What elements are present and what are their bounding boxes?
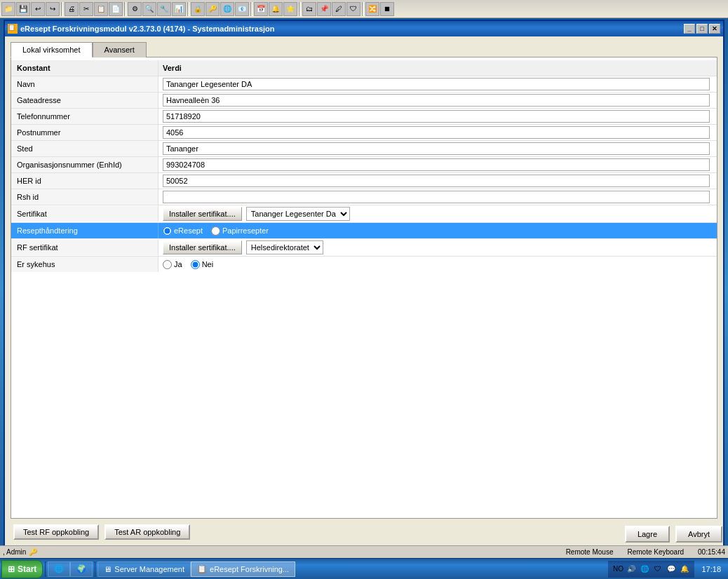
taskbar-item-eresept[interactable]: 📋 eResept Forskrivning... xyxy=(191,561,295,577)
input-telefon[interactable] xyxy=(163,110,710,123)
resept-radio-group: eResept Papirresepter xyxy=(163,226,269,236)
form-panel: Konstant Verdi Navn Gateadresse xyxy=(11,57,717,519)
tab-avansert[interactable]: Avansert xyxy=(93,42,147,57)
value-navn xyxy=(159,76,717,92)
label-sted: Sted xyxy=(11,141,159,156)
toolbar-icon-chart[interactable]: 📊 xyxy=(172,2,186,16)
toolbar-icon-new[interactable]: 📁 xyxy=(1,2,15,16)
server-icon: 🖥 xyxy=(104,565,112,573)
form-row-rf-sertifikat: RF sertifikat Installer sertifikat.... H… xyxy=(11,239,717,257)
tab-lokal-virksomhet[interactable]: Lokal virksomhet xyxy=(11,42,93,57)
header-label-konstant: Konstant xyxy=(11,60,159,76)
form-row-postnummer: Postnummer xyxy=(11,125,717,141)
tray-no-icon: NO xyxy=(612,564,623,575)
toolbar-icon-globe[interactable]: 🌐 xyxy=(220,2,234,16)
toolbar-icon-settings[interactable]: ⚙ xyxy=(128,2,142,16)
sertifikat-dropdown[interactable]: Tananger Legesenter Da xyxy=(246,207,350,221)
toolbar-icon-star[interactable]: ⭐ xyxy=(283,2,297,16)
toolbar-icon-tools[interactable]: 🔧 xyxy=(157,2,171,16)
label-gateadresse: Gateadresse xyxy=(11,93,159,108)
radio-ja-input[interactable] xyxy=(163,260,172,269)
input-postnummer[interactable] xyxy=(163,126,710,139)
close-button[interactable]: ✕ xyxy=(709,24,720,34)
label-orgnr: Organisasjonsnummer (EnhId) xyxy=(11,157,159,172)
install-sertifikat-button[interactable]: Installer sertifikat.... xyxy=(163,207,242,221)
window-title-group: 📋 eResept Forskrivningsmodul v2.3.73.0 (… xyxy=(8,24,275,34)
main-window: 📋 eResept Forskrivningsmodul v2.3.73.0 (… xyxy=(4,20,724,552)
lagre-button[interactable]: Lagre xyxy=(625,526,670,543)
toolbar-icon-cut[interactable]: ✂ xyxy=(79,2,93,16)
admin-label: , Admin xyxy=(3,548,26,556)
toolbar-icon-email[interactable]: 📧 xyxy=(235,2,249,16)
toolbar-sep-4 xyxy=(250,2,252,16)
toolbar-icon-pin[interactable]: 📌 xyxy=(317,2,331,16)
toolbar-icon-paste[interactable]: 📄 xyxy=(109,2,123,16)
taskbar-item-browser[interactable]: 🌍 xyxy=(70,561,93,577)
input-rshid[interactable] xyxy=(163,191,710,203)
toolbar-icon-search[interactable]: 🔍 xyxy=(142,2,156,16)
minimize-button[interactable]: _ xyxy=(684,24,695,34)
test-ar-button[interactable]: Test AR oppkobling xyxy=(105,524,190,540)
form-row-gateadresse: Gateadresse xyxy=(11,93,717,109)
toolbar: 📁 💾 ↩ ↪ 🖨 ✂ 📋 📄 ⚙ 🔍 🔧 📊 🔒 🔑 🌐 📧 📅 🔔 ⭐ 🗂 … xyxy=(0,0,728,18)
tray-icon-5[interactable]: 🔔 xyxy=(679,564,690,575)
toolbar-icon-misc1[interactable]: 🔀 xyxy=(365,2,379,16)
taskbar-item-server[interactable]: 🖥 Server Management xyxy=(97,561,191,577)
radio-nei-label: Nei xyxy=(202,260,214,268)
avbryt-button[interactable]: Avbryt xyxy=(675,526,722,543)
toolbar-icon-shield[interactable]: 🛡 xyxy=(346,2,360,16)
maximize-button[interactable]: □ xyxy=(696,24,708,34)
toolbar-icon-misc2[interactable]: ⏹ xyxy=(380,2,394,16)
input-herid[interactable] xyxy=(163,175,710,187)
status-time: 00:15:44 xyxy=(698,548,725,556)
toolbar-icon-print[interactable]: 🖨 xyxy=(65,2,79,16)
label-telefon: Telefonnummer xyxy=(11,109,159,124)
taskbar-item-ie[interactable]: 🌐 xyxy=(48,561,70,577)
value-gateadresse xyxy=(159,93,717,108)
window-title: eResept Forskrivningsmodul v2.3.73.0 (41… xyxy=(20,25,275,33)
tray-icon-2[interactable]: 🌐 xyxy=(639,564,650,575)
toolbar-icon-pen[interactable]: 🖊 xyxy=(332,2,346,16)
form-row-sertifikat: Sertifikat Installer sertifikat.... Tana… xyxy=(11,205,717,223)
toolbar-icon-lock[interactable]: 🔒 xyxy=(191,2,205,16)
tray-icon-1[interactable]: 🔊 xyxy=(626,564,637,575)
toolbar-icon-undo[interactable]: ↩ xyxy=(31,2,45,16)
toolbar-icon-bell[interactable]: 🔔 xyxy=(269,2,283,16)
taskbar-sep-1 xyxy=(45,561,46,577)
start-label: Start xyxy=(18,564,36,574)
input-gateadresse[interactable] xyxy=(163,94,710,107)
toolbar-icon-key[interactable]: 🔑 xyxy=(205,2,220,16)
start-button[interactable]: ⊞ Start xyxy=(1,560,43,578)
input-sted[interactable] xyxy=(163,142,710,155)
input-orgnr[interactable] xyxy=(163,158,710,171)
browser-icon: 🌍 xyxy=(76,564,86,573)
toolbar-icon-save[interactable]: 💾 xyxy=(16,2,30,16)
install-rf-sertifikat-button[interactable]: Installer sertifikat.... xyxy=(163,240,242,254)
tabs-bar: Lokal virksomhet Avansert xyxy=(11,42,717,57)
lagre-avbryt-buttons: Lagre Avbryt xyxy=(625,526,722,543)
test-rf-button[interactable]: Test RF oppkobling xyxy=(13,524,99,540)
radio-eresept-input[interactable] xyxy=(163,226,172,236)
tray-icon-3[interactable]: 🛡 xyxy=(652,564,663,575)
desktop: 📁 💾 ↩ ↪ 🖨 ✂ 📋 📄 ⚙ 🔍 🔧 📊 🔒 🔑 🌐 📧 📅 🔔 ⭐ 🗂 … xyxy=(0,0,728,579)
radio-papir-input[interactable] xyxy=(211,226,220,236)
toolbar-sep-1 xyxy=(61,2,63,16)
header-value-verdi: Verdi xyxy=(159,60,717,76)
label-resept: Resepthåndtering xyxy=(11,223,159,238)
toolbar-icon-copy[interactable]: 📋 xyxy=(94,2,108,16)
tray-icon-4[interactable]: 💬 xyxy=(666,564,677,575)
toolbar-icon-folder[interactable]: 🗂 xyxy=(302,2,316,16)
toolbar-icon-calendar[interactable]: 📅 xyxy=(254,2,268,16)
eresept-label: eResept Forskrivning... xyxy=(210,565,289,573)
value-rf-sertifikat: Installer sertifikat.... Helsedirektorat… xyxy=(159,239,717,256)
taskbar-sep-2 xyxy=(95,561,95,577)
form-row-navn: Navn xyxy=(11,76,717,93)
window-controls: _ □ ✕ xyxy=(684,24,720,34)
radio-papir-label: Papirresepter xyxy=(222,226,269,235)
radio-nei-input[interactable] xyxy=(191,260,200,269)
rf-sertifikat-dropdown[interactable]: Helsedirektoratet xyxy=(246,240,323,254)
test-buttons-row: Test RF oppkobling Test AR oppkobling xyxy=(11,519,717,545)
label-navn: Navn xyxy=(11,76,159,92)
toolbar-icon-redo[interactable]: ↪ xyxy=(46,2,60,16)
input-navn[interactable] xyxy=(163,78,710,90)
